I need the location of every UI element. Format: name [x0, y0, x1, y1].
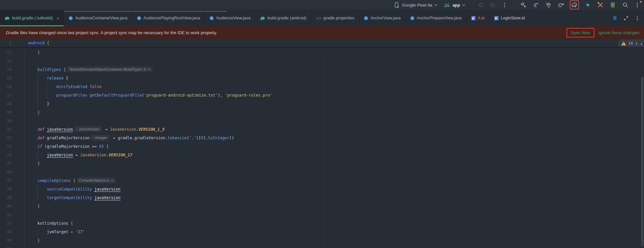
java-file-icon	[364, 16, 368, 20]
main-toolbar: Google Pixel 4a app A	[0, 0, 644, 10]
java-file-icon	[210, 16, 214, 20]
warning-count: 14	[628, 41, 633, 46]
inspections-widget[interactable]: 14 ↑ ↓	[618, 39, 644, 47]
apply-changes-icon[interactable]	[545, 1, 552, 9]
code-line-19: 19 }	[0, 108, 644, 117]
close-tab-icon[interactable]: ×	[56, 16, 59, 21]
line-number: 20	[0, 117, 11, 125]
line-number: 31	[0, 211, 11, 219]
line-number: 19	[0, 108, 11, 117]
inlay-hint: : JavaVersion	[74, 126, 101, 132]
record-icon[interactable]	[584, 1, 591, 9]
device-manager-icon[interactable]	[609, 1, 616, 9]
code-line-27: 27 compileOptions {CompileOptions it ->	[0, 176, 644, 185]
sync-now-link[interactable]: Sync Now	[571, 30, 590, 35]
code-editor[interactable]: 12 }1314 buildTypes {NamedDomainObjectCo…	[0, 48, 644, 248]
tab-more-icon[interactable]	[633, 14, 641, 22]
vertical-scrollbar[interactable]	[641, 77, 643, 246]
line-number: 23	[0, 142, 11, 151]
tab-audienceview-java[interactable]: AudienceView.java	[205, 10, 255, 26]
prev-issue-arrow[interactable]: ↑	[635, 41, 638, 46]
line-number: 26	[0, 168, 11, 176]
device-selector[interactable]: Google Pixel 4a	[393, 1, 437, 9]
phone-icon	[393, 1, 400, 9]
code-text: }	[28, 108, 40, 117]
attach-debugger-icon[interactable]	[557, 1, 565, 9]
line-number: 13	[0, 57, 11, 65]
ignore-changes-link[interactable]: Ignore these changes	[598, 30, 639, 35]
rerun-icon[interactable]	[477, 1, 484, 9]
code-text: release {	[28, 74, 68, 82]
inlay-hint: CompileOptions it ->	[77, 177, 116, 183]
device-selector-label: Google Pixel 4a	[402, 3, 432, 8]
inlay-hint: : Integer	[91, 135, 109, 141]
more-options-icon[interactable]	[501, 1, 508, 9]
code-line-25: 25 }	[0, 159, 644, 168]
tab-loginstore-kt[interactable]: KLoginStore.kt	[490, 10, 530, 26]
code-text: targetCompatibility javaVersion	[28, 193, 121, 202]
next-issue-arrow[interactable]: ↓	[640, 41, 643, 46]
debug-icon[interactable]	[489, 1, 496, 9]
code-text: def gradleMajorVersion: Integer = gradle…	[28, 134, 234, 142]
line-number: 18	[0, 100, 11, 108]
profile-icon[interactable]: A	[532, 1, 540, 9]
tab-label: build.gradle (:tuilivekit)	[12, 16, 53, 20]
code-line-18: 18 }	[0, 100, 644, 108]
code-line-33: 33 jvmTarget = '17'	[0, 228, 644, 236]
tab-label: LoginStore.kt	[501, 16, 525, 20]
tab-label: AnchorView.java	[370, 16, 401, 20]
notifications-icon[interactable]	[611, 14, 618, 22]
code-line-14: 14 buildTypes {NamedDomainObjectContaine…	[0, 65, 644, 74]
line-number: 25	[0, 159, 11, 168]
code-line-31: 31	[0, 211, 644, 219]
expand-editor-icon[interactable]	[622, 14, 630, 22]
warning-icon	[621, 41, 626, 45]
code-text: }	[28, 48, 40, 57]
java-file-icon	[410, 16, 414, 20]
gradle-sync-banner: Gradle files have changed since last pro…	[0, 26, 644, 39]
code-line-21: 21 def javaVersion: JavaVersion = JavaVe…	[0, 125, 644, 134]
code-line-23: 23 if (gradleMajorVersion >= 8) {	[0, 142, 644, 151]
tab-audienceplayingrootview-java[interactable]: AudiencePlayingRootView.java	[132, 10, 205, 26]
code-text: minifyEnabled false	[28, 82, 101, 91]
tab-build-gradle-android-[interactable]: build.gradle (android)	[255, 10, 311, 26]
tab-build-gradle-tuilivekit-[interactable]: build.gradle (:tuilivekit)×	[0, 10, 64, 26]
code-text: if (gradleMajorVersion >= 8) {	[28, 142, 109, 151]
line-number: 28	[0, 185, 11, 193]
code-line-12: 12 }	[0, 48, 644, 57]
tab-label: gradle.properties	[323, 16, 354, 20]
svg-text:</>: </>	[316, 16, 321, 20]
code-line-35: 35	[0, 245, 644, 248]
code-text: }	[28, 236, 40, 245]
code-text: proguardFiles getDefaultProguardFile('pr…	[28, 91, 272, 100]
gradle-file-icon	[260, 16, 265, 20]
svg-text:K: K	[495, 16, 498, 20]
line-number: 12	[0, 48, 11, 57]
line-number: 33	[0, 228, 11, 236]
code-text: sourceCompatibility javaVersion	[28, 185, 121, 193]
code-lines: 12 }1314 buildTypes {NamedDomainObjectCo…	[0, 48, 644, 248]
line-number: 30	[0, 202, 11, 211]
tab-a-kt[interactable]: KA.kt	[467, 10, 490, 26]
code-line-32: 32 kotlinOptions {	[0, 219, 644, 228]
build-icon[interactable]	[520, 1, 527, 9]
code-line-30: 30 }	[0, 202, 644, 211]
chevron-down-icon	[434, 4, 437, 6]
code-line-13: 13	[0, 57, 644, 65]
tab-gradle-properties[interactable]: </>gradle.properties	[311, 10, 359, 26]
java-file-icon	[69, 16, 73, 20]
tab-anchorview-java[interactable]: AnchorView.java	[359, 10, 406, 26]
tab-label: build.gradle (android)	[268, 16, 306, 20]
tab-bar-actions	[608, 10, 644, 26]
tab-anchorprepareview-java[interactable]: AnchorPrepareView.java	[406, 10, 467, 26]
search-icon[interactable]	[622, 1, 629, 9]
code-text: compileOptions {CompileOptions it ->	[28, 176, 117, 185]
tab-audiencecontainerview-java[interactable]: AudienceContainerView.java	[64, 10, 132, 26]
sync-now-highlight: Sync Now	[566, 28, 594, 37]
gradle-sync-icon[interactable]	[571, 1, 578, 9]
java-file-icon	[137, 16, 141, 20]
tools-icon[interactable]	[597, 1, 604, 9]
more-icon[interactable]	[633, 1, 641, 9]
run-config-selector[interactable]: app	[443, 1, 465, 9]
line-number: 15	[0, 74, 11, 82]
